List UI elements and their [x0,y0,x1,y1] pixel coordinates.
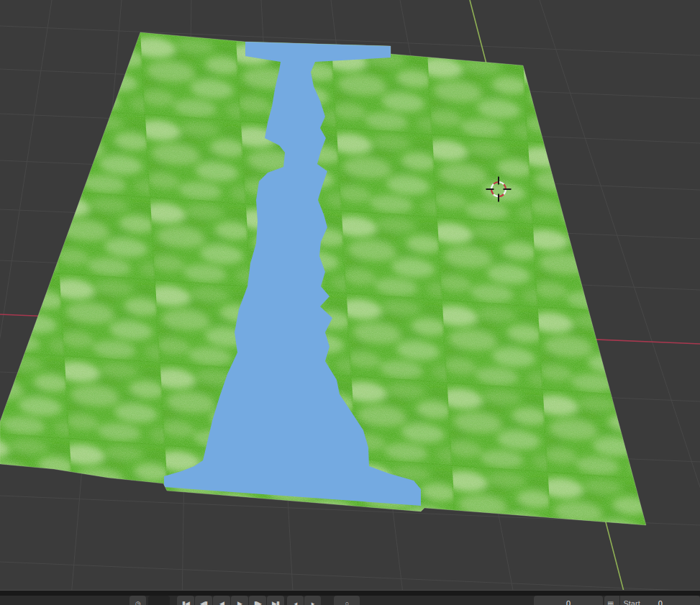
play-button[interactable]: ▶ [231,596,248,605]
jump-to-end-button[interactable]: ▶▮ [267,596,284,605]
jump-to-end-icon: ▶▮ [272,596,279,605]
play-icon: ▶ [237,596,242,605]
clock-icon: ◷ [135,596,140,605]
next-keyframe-button[interactable]: ▮▶ [249,596,266,605]
timeline-dropdown[interactable] [148,596,170,605]
prev-keyframe-icon: ◀▮ [200,596,207,605]
current-frame-field[interactable]: 0 [534,596,603,605]
marker-prev-icon: ◂ [294,596,297,605]
start-value: 0 [642,599,663,605]
marker-prev-button[interactable]: ◂ [287,596,304,605]
frame-start-field[interactable]: ▦Start 0 [604,596,700,605]
play-reverse-button[interactable]: ◀ [213,596,230,605]
start-label: Start [623,599,640,605]
timeline-separator [0,591,700,596]
prev-keyframe-button[interactable]: ◀▮ [195,596,212,605]
play-reverse-icon: ◀ [219,596,224,605]
editor-type-button[interactable]: ◷ [129,596,146,605]
next-keyframe-icon: ▮▶ [254,596,261,605]
frame-range-icon: ▦ [604,600,617,605]
record-circle-icon: ○ [345,596,348,605]
current-frame-value: 0 [566,599,571,605]
jump-to-start-icon: ▮◀ [182,596,189,605]
3d-viewport[interactable] [0,0,700,591]
marker-next-icon: ▸ [312,596,314,605]
auto-keyframe-button[interactable]: ○ [334,596,360,605]
jump-to-start-button[interactable]: ▮◀ [177,596,194,605]
marker-next-button[interactable]: ▸ [304,596,321,605]
field-divider [619,596,620,605]
timeline-bar: ◷ ▮◀ ◀▮ ◀ ▶ ▮▶ ▶▮ ◂ ▸ ○ 0 ▦Start 0 [0,590,700,605]
